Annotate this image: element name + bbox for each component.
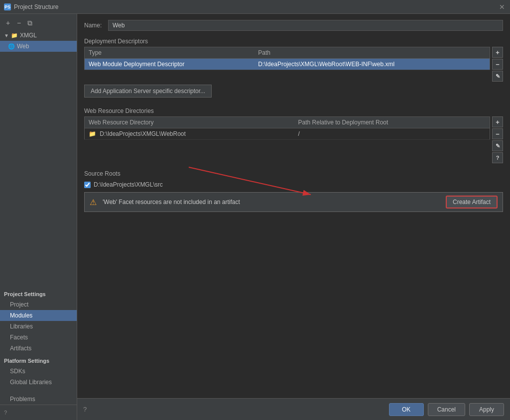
content-area: Name: Deployment Descriptors Type Pa (77, 14, 510, 420)
bottom-help-button[interactable]: ? (83, 406, 87, 413)
col-type: Type (85, 47, 255, 59)
web-resource-remove-button[interactable]: − (492, 128, 503, 139)
col-web-dir: Web Resource Directory (85, 117, 294, 128)
web-resource-label: Web Resource Directories (84, 107, 503, 114)
sidebar-item-modules[interactable]: Modules (0, 310, 77, 321)
web-resource-table-container: Web Resource Directory Path Relative to … (84, 116, 490, 163)
tree-arrow-xmgl: ▼ (4, 33, 9, 38)
apply-button[interactable]: Apply (469, 403, 504, 416)
tree-item-web[interactable]: 🌐 Web (0, 41, 77, 52)
deployment-side-buttons: + − ✎ (490, 47, 503, 82)
deployment-table-container: Type Path Web Module Deployment Descript… (84, 47, 490, 82)
project-settings-title: Project Settings (0, 287, 77, 299)
copy-button[interactable]: ⧉ (26, 19, 34, 27)
main-content: Name: Deployment Descriptors Type Pa (77, 14, 510, 398)
content-with-sidebar: Name: Deployment Descriptors Type Pa (77, 14, 510, 398)
add-descriptor-button[interactable]: Add Application Server specific descript… (84, 85, 212, 98)
close-button[interactable]: ✕ (498, 3, 506, 11)
add-button[interactable]: + (4, 19, 12, 27)
sidebar-item-sdks[interactable]: SDKs (0, 366, 77, 377)
sidebar-item-project[interactable]: Project (0, 299, 77, 310)
cell-rel-path: / (294, 128, 490, 140)
deployment-remove-button[interactable]: − (492, 59, 503, 70)
sidebar-item-problems[interactable]: Problems (0, 394, 77, 405)
source-root-row: D:\IdeaProjects\XMGL\src (84, 179, 503, 190)
sidebar-toolbar: + − ⧉ (0, 16, 77, 30)
folder-icon-xmgl: 📁 (11, 32, 18, 39)
tree-item-xmgl[interactable]: ▼ 📁 XMGL (0, 30, 77, 41)
sidebar-item-facets[interactable]: Facets (0, 332, 77, 343)
deployment-table-wrapper: Type Path Web Module Deployment Descript… (84, 47, 503, 82)
cancel-button[interactable]: Cancel (428, 403, 465, 416)
title-bar-text: Project Structure (14, 3, 58, 10)
module-icon-web: 🌐 (8, 43, 15, 50)
table-row[interactable]: Web Module Deployment Descriptor D:\Idea… (85, 59, 490, 70)
web-resource-side-buttons: + − ✎ ? (490, 116, 503, 163)
main-container: + − ⧉ ▼ 📁 XMGL 🌐 Web Project Settings Pr… (0, 14, 510, 420)
source-root-path: D:\IdeaProjects\XMGL\src (94, 181, 163, 188)
web-resource-add-button[interactable]: + (492, 116, 503, 127)
project-settings-section: Project Settings Project Modules Librari… (0, 287, 77, 354)
sidebar-help-button[interactable]: ? (4, 410, 7, 416)
warning-row: ⚠ 'Web' Facet resources are not included… (84, 192, 503, 212)
source-roots-label: Source Roots (84, 170, 503, 177)
name-input[interactable] (108, 20, 503, 31)
name-row: Name: (84, 20, 503, 31)
warning-container: ⚠ 'Web' Facet resources are not included… (84, 192, 503, 212)
name-label: Name: (84, 22, 104, 29)
app-icon: PS (4, 3, 11, 10)
bottom-bar: ? OK Cancel Apply (77, 398, 510, 420)
web-resource-edit-button[interactable]: ✎ (492, 140, 503, 151)
deployment-add-button[interactable]: + (492, 47, 503, 58)
web-resource-help-button[interactable]: ? (492, 152, 503, 163)
sidebar-item-global-libraries[interactable]: Global Libraries (0, 377, 77, 388)
sidebar: + − ⧉ ▼ 📁 XMGL 🌐 Web Project Settings Pr… (0, 14, 77, 420)
web-resource-section: Web Resource Directories Web Resource Di… (84, 107, 503, 163)
deployment-descriptors-section: Deployment Descriptors Type Path (84, 38, 503, 101)
web-resource-table-wrapper: Web Resource Directory Path Relative to … (84, 116, 503, 163)
web-resource-table: Web Resource Directory Path Relative to … (84, 116, 490, 140)
title-bar: PS Project Structure ✕ (0, 0, 510, 14)
sidebar-item-libraries[interactable]: Libraries (0, 321, 77, 332)
col-rel-path: Path Relative to Deployment Root (294, 117, 490, 128)
cell-type: Web Module Deployment Descriptor (85, 59, 255, 70)
source-root-checkbox[interactable] (84, 182, 91, 188)
platform-settings-title: Platform Settings (0, 354, 77, 366)
deployment-descriptors-label: Deployment Descriptors (84, 38, 503, 45)
sidebar-item-artifacts[interactable]: Artifacts (0, 343, 77, 354)
warning-icon: ⚠ (90, 198, 99, 207)
source-roots-section: Source Roots D:\IdeaProjects\XMGL\src (84, 170, 503, 212)
tree-label-xmgl: XMGL (20, 32, 37, 39)
deployment-edit-button[interactable]: ✎ (492, 71, 503, 82)
remove-button[interactable]: − (15, 19, 23, 27)
platform-settings-section: Platform Settings SDKs Global Libraries (0, 354, 77, 388)
warning-text: 'Web' Facet resources are not included i… (103, 199, 442, 206)
dir-icon: 📁 (89, 130, 96, 137)
create-artifact-button[interactable]: Create Artifact (446, 196, 498, 209)
tree-label-web: Web (17, 43, 29, 50)
table-row[interactable]: 📁 D:\IdeaProjects\XMGL\WebRoot / (85, 128, 490, 140)
ok-button[interactable]: OK (389, 403, 424, 416)
cell-directory: 📁 D:\IdeaProjects\XMGL\WebRoot (85, 128, 294, 140)
deployment-table: Type Path Web Module Deployment Descript… (84, 47, 490, 70)
cell-path: D:\IdeaProjects\XMGL\WebRoot\WEB-INF\web… (254, 59, 490, 70)
col-path: Path (254, 47, 490, 59)
tree-container: ▼ 📁 XMGL 🌐 Web (0, 30, 77, 287)
